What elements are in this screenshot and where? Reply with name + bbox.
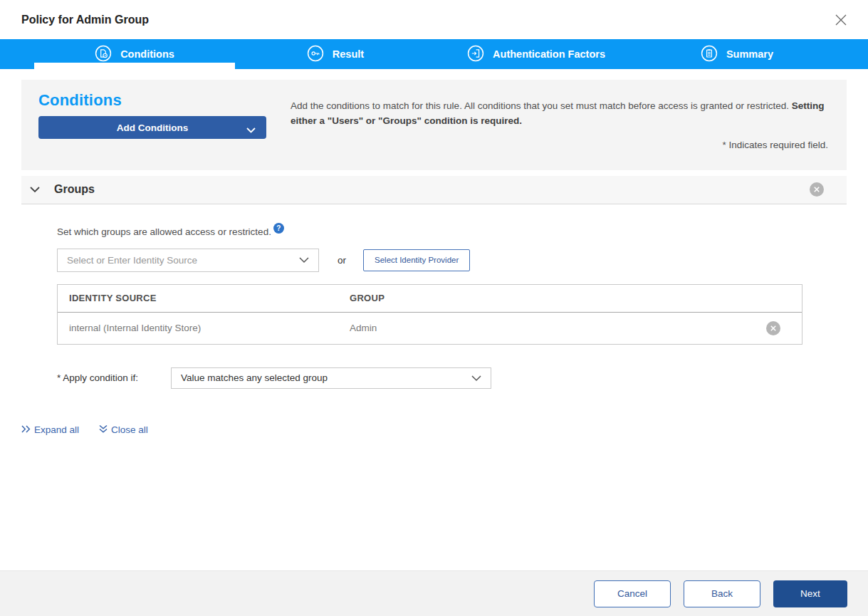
- dialog-header: Policy for Admin Group: [0, 0, 868, 39]
- cancel-button[interactable]: Cancel: [594, 580, 671, 607]
- apply-condition-label: * Apply condition if:: [57, 372, 171, 383]
- conditions-intro-section: Conditions Add Conditions Add the condit…: [21, 80, 847, 170]
- key-icon: [307, 45, 324, 64]
- or-label: or: [338, 255, 346, 266]
- cell-group: Admin: [350, 323, 766, 333]
- chevron-down-icon: [471, 372, 481, 385]
- next-button[interactable]: Next: [773, 580, 847, 607]
- groups-table: IDENTITY SOURCE GROUP internal (Internal…: [57, 284, 802, 345]
- dialog-footer: Cancel Back Next: [0, 570, 868, 616]
- tab-label: Conditions: [120, 48, 174, 60]
- tab-conditions[interactable]: Conditions: [34, 39, 235, 69]
- clipboard-icon: [701, 45, 718, 64]
- remove-row-icon[interactable]: [766, 321, 780, 335]
- groups-section-title: Groups: [54, 183, 95, 196]
- identity-source-select[interactable]: Select or Enter Identity Source: [57, 249, 319, 272]
- door-enter-icon: [467, 45, 484, 64]
- groups-description: Set which groups are allowed access or r…: [57, 223, 868, 237]
- tab-label: Result: [333, 48, 364, 60]
- back-button[interactable]: Back: [684, 580, 760, 607]
- table-row: internal (Internal Identity Store) Admin: [58, 313, 802, 344]
- wizard-tabbar: Conditions Result Authentication Factors: [0, 39, 868, 69]
- expand-all-link[interactable]: Expand all: [21, 424, 79, 435]
- tab-summary[interactable]: Summary: [637, 39, 837, 69]
- add-conditions-label: Add Conditions: [117, 122, 188, 133]
- close-icon[interactable]: [831, 10, 851, 30]
- cell-identity-source: internal (Internal Identity Store): [58, 323, 350, 333]
- tab-label: Summary: [726, 48, 773, 60]
- required-field-note: * Indicates required field.: [291, 138, 828, 153]
- identity-source-placeholder: Select or Enter Identity Source: [67, 255, 197, 266]
- document-check-icon: [95, 45, 112, 64]
- accordion-links: Expand all Close all: [21, 424, 868, 435]
- column-header-group: GROUP: [350, 293, 802, 303]
- add-conditions-button[interactable]: Add Conditions: [38, 116, 266, 139]
- column-header-identity-source: IDENTITY SOURCE: [58, 293, 350, 303]
- double-chevron-right-icon: [21, 424, 31, 435]
- close-all-link[interactable]: Close all: [99, 424, 148, 435]
- chevron-down-icon: [246, 125, 256, 135]
- apply-condition-select[interactable]: Value matches any selected group: [171, 367, 491, 389]
- tab-result[interactable]: Result: [235, 39, 436, 69]
- chevron-down-icon[interactable]: [28, 185, 41, 194]
- dialog-title: Policy for Admin Group: [21, 14, 149, 26]
- groups-section-body: Set which groups are allowed access or r…: [0, 204, 868, 389]
- conditions-heading: Conditions: [38, 91, 289, 110]
- tab-authentication-factors[interactable]: Authentication Factors: [436, 39, 637, 69]
- groups-accordion-header[interactable]: Groups: [21, 176, 847, 204]
- select-identity-provider-button[interactable]: Select Identity Provider: [363, 249, 470, 271]
- conditions-description: Add the conditions to match for this rul…: [291, 99, 828, 129]
- tab-label: Authentication Factors: [493, 48, 605, 60]
- help-icon[interactable]: ?: [273, 223, 284, 234]
- double-chevron-down-icon: [99, 424, 108, 435]
- apply-condition-value: Value matches any selected group: [181, 372, 328, 383]
- table-header-row: IDENTITY SOURCE GROUP: [58, 285, 802, 313]
- chevron-down-icon: [299, 254, 309, 266]
- remove-groups-condition-icon[interactable]: [810, 182, 824, 197]
